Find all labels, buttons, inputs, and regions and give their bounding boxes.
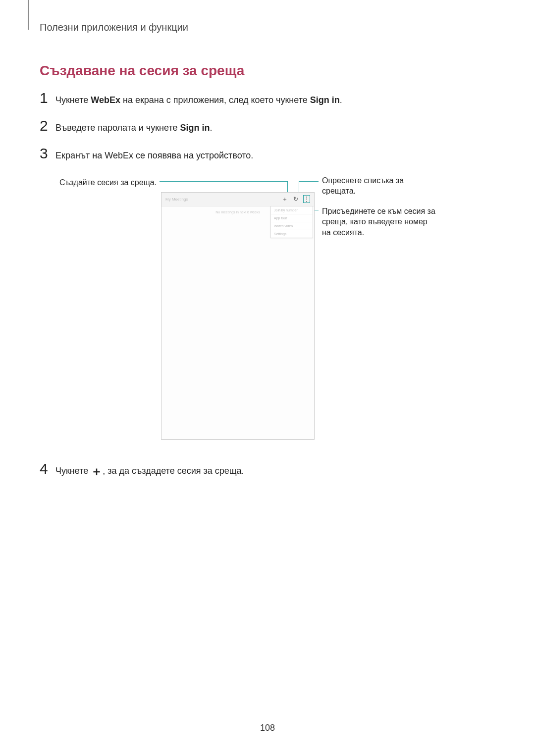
- page-number: 108: [0, 723, 535, 733]
- step-3-number: 3: [40, 145, 55, 162]
- device-header-title: My Meetings: [165, 197, 281, 202]
- menu-item-watch-video[interactable]: Watch video: [271, 222, 313, 230]
- step-2-bold1: Sign in: [180, 123, 210, 133]
- refresh-icon[interactable]: ↻: [292, 196, 299, 202]
- device-header-icons: ＋ ↻ ⋮: [281, 195, 310, 203]
- device-dropdown-menu: Join by number App tour Watch video Sett…: [270, 206, 313, 238]
- step-1-bold2: Sign in: [310, 95, 340, 105]
- step-2-post: .: [210, 123, 212, 133]
- step-1-post: .: [340, 95, 342, 105]
- step-2-pre: Въведете паролата и чукнете: [55, 123, 180, 133]
- menu-item-app-tour[interactable]: App tour: [271, 214, 313, 222]
- section-title: Създаване на сесия за среща: [40, 63, 495, 79]
- add-icon[interactable]: ＋: [281, 196, 288, 202]
- step-3-text: Екранът на WebEx се появява на устройств…: [55, 150, 253, 162]
- step-1-mid: на екрана с приложения, след което чукне…: [120, 95, 310, 105]
- step-2: 2 Въведете паролата и чукнете Sign in.: [40, 117, 495, 134]
- step-4-post: , за да създадете сесия за среща.: [103, 466, 244, 476]
- step-1-number: 1: [40, 90, 55, 106]
- step-1-pre: Чукнете: [55, 95, 91, 105]
- step-1-bold1: WebEx: [91, 95, 120, 105]
- webex-diagram: Създайте сесия за среща. Опреснете списъ…: [45, 173, 490, 451]
- step-2-text: Въведете паролата и чукнете Sign in.: [55, 122, 213, 134]
- menu-item-join-by-number[interactable]: Join by number: [271, 206, 313, 214]
- step-4-pre: Чукнете: [55, 466, 91, 476]
- callout-join-by-number: Присъединете се към сесия за среща, като…: [322, 206, 436, 238]
- callout-refresh-list: Опреснете списъка за срещата.: [322, 175, 421, 197]
- step-4: 4 Чукнете ＋, за да създадете сесия за ср…: [40, 460, 495, 477]
- connector-create-h: [160, 181, 287, 182]
- step-3: 3 Екранът на WebEx се появява на устройс…: [40, 145, 495, 162]
- menu-item-settings[interactable]: Settings: [271, 230, 313, 238]
- more-icon[interactable]: ⋮: [303, 195, 310, 203]
- step-2-number: 2: [40, 117, 55, 134]
- step-4-text: Чукнете ＋, за да създадете сесия за срещ…: [55, 465, 244, 477]
- header-rule: [28, 0, 29, 30]
- device-header: My Meetings ＋ ↻ ⋮: [161, 193, 314, 206]
- callout-create-session: Създайте сесия за среща.: [59, 177, 159, 188]
- step-1-text: Чукнете WebEx на екрана с приложения, сл…: [55, 94, 342, 106]
- connector-refresh-h: [299, 181, 319, 182]
- plus-icon: ＋: [91, 464, 103, 478]
- page-header: Полезни приложения и функции: [40, 22, 495, 33]
- step-1: 1 Чукнете WebEx на екрана с приложения, …: [40, 90, 495, 106]
- step-4-number: 4: [40, 460, 55, 477]
